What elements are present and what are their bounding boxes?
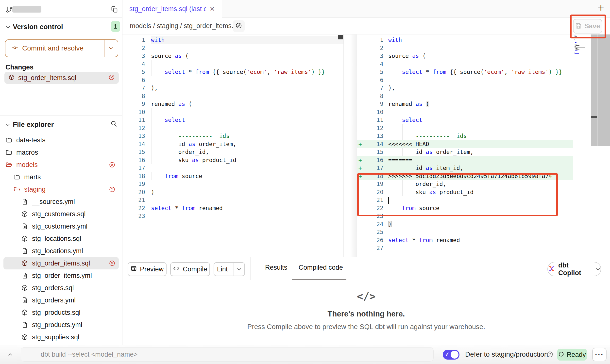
tab-results[interactable]: Results (265, 264, 287, 271)
code-line-7[interactable]: 7), (122, 84, 343, 92)
compile-button[interactable]: Compile (170, 262, 210, 276)
minimap[interactable] (575, 35, 590, 57)
file-tree-item-staging[interactable]: staging (3, 183, 119, 196)
breadcrumb[interactable]: models / staging / stg_order_items.sql (130, 22, 242, 30)
file-tree-item-stg_order_items.yml[interactable]: stg_order_items.yml (3, 269, 119, 282)
file-explorer-header[interactable]: File explorer (0, 119, 122, 132)
code-line-22[interactable]: 22 from source (357, 204, 573, 212)
scrollbar-thumb[interactable] (338, 35, 343, 39)
code-line-3[interactable]: 3source as ( (122, 52, 343, 60)
save-button[interactable]: Save (573, 19, 602, 33)
code-line-9[interactable]: 9renamed as ( (122, 100, 343, 108)
code-line-12[interactable]: 12 (357, 124, 573, 132)
overview-ruler[interactable] (597, 34, 610, 146)
code-line-15[interactable]: 15 id as order_item, (357, 148, 573, 156)
file-tree-item-stg_orders.sql[interactable]: stg_orders.sql (3, 282, 119, 294)
file-tree-item-marts[interactable]: marts (3, 171, 119, 183)
file-tree-item-stg_products.sql[interactable]: stg_products.sql (3, 306, 119, 319)
code-line-6[interactable]: 6 (357, 76, 573, 84)
code-line-11[interactable]: 11 select (122, 116, 343, 124)
code-line-27[interactable]: 27 (357, 244, 573, 252)
code-line-2[interactable]: 2 (122, 44, 343, 52)
code-line-20[interactable]: 20) (122, 188, 343, 196)
chevron-up-icon[interactable] (7, 351, 13, 359)
code-line-18[interactable]: +18>>>>>>> 58c1dd23d5eebd9cd2495fa7124ab… (357, 172, 573, 180)
code-line-22[interactable]: 22select * from renamed (122, 204, 343, 212)
search-icon[interactable] (110, 120, 117, 128)
lint-button[interactable]: Lint (214, 262, 245, 276)
editor-scrollbar[interactable] (591, 34, 597, 146)
command-input[interactable] (21, 347, 434, 362)
code-line-4[interactable]: 4 (122, 60, 343, 68)
code-line-5[interactable]: 5 select * from {{ source('ecom', 'raw_i… (357, 68, 573, 76)
code-line-17[interactable]: 17 (122, 164, 343, 172)
close-icon[interactable]: ✕ (209, 5, 215, 13)
chevron-down-icon[interactable] (5, 122, 11, 129)
code-line-19[interactable]: 19 (122, 180, 343, 188)
new-tab-button[interactable]: + (598, 2, 604, 13)
code-line-1[interactable]: 1with (122, 36, 343, 44)
code-line-10[interactable]: 10 (357, 108, 573, 116)
lint-dropdown[interactable] (234, 263, 244, 276)
scrollbar-thumb[interactable] (591, 116, 597, 118)
code-line-17[interactable]: +17 id as item_id, (357, 164, 573, 172)
file-tree-item-stg_supplies.sql[interactable]: stg_supplies.sql (3, 331, 119, 343)
code-line-11[interactable]: 11 select (357, 116, 573, 124)
code-pane-current[interactable]: 1with23source as (45 select * from {{ so… (357, 36, 573, 252)
file-tree-item-stg_locations.yml[interactable]: stg_locations.yml (3, 245, 119, 257)
code-line-25[interactable]: 25 (357, 228, 573, 236)
file-tree-item-stg_locations.sql[interactable]: stg_locations.sql (3, 232, 119, 245)
code-line-23[interactable]: 23 (122, 212, 343, 220)
code-line-21[interactable]: 21 (357, 196, 573, 204)
code-line-15[interactable]: 15 order_id, (122, 148, 343, 156)
code-line-19[interactable]: 19 order_id, (357, 180, 573, 188)
code-line-24[interactable]: 24) (357, 220, 573, 228)
copy-icon[interactable] (111, 6, 118, 14)
tab-stg-order-items[interactable]: stg_order_items.sql (last c... ✕ (122, 0, 222, 18)
code-line-16[interactable]: 16 sku as product_id (122, 156, 343, 164)
conflict-icon[interactable] (108, 74, 115, 82)
conflict-icon[interactable] (109, 260, 115, 266)
conflict-icon[interactable] (109, 186, 115, 193)
file-tree-item-stg_order_items.sql[interactable]: stg_order_items.sql (3, 257, 119, 269)
file-tree-item-stg_customers.sql[interactable]: stg_customers.sql (3, 208, 119, 220)
code-line-8[interactable]: 8 (357, 92, 573, 100)
code-line-12[interactable]: 12 (122, 124, 343, 132)
code-line-13[interactable]: 13 ---------- ids (357, 132, 573, 140)
code-line-14[interactable]: 14 id as order_item, (122, 140, 343, 148)
code-line-16[interactable]: +16======= (357, 156, 573, 164)
dbt-copilot-button[interactable]: dbt Copilot (547, 262, 601, 276)
file-tree-item-stg_orders.yml[interactable]: stg_orders.yml (3, 294, 119, 306)
file-tree-item-models[interactable]: models (3, 159, 119, 171)
file-tree-item-stg_customers.yml[interactable]: stg_customers.yml (3, 220, 119, 232)
code-line-26[interactable]: 26select * from renamed (357, 236, 573, 244)
code-line-6[interactable]: 6 (122, 76, 343, 84)
file-tree-item-stg_products.yml[interactable]: stg_products.yml (3, 319, 119, 331)
chevron-down-icon[interactable] (5, 24, 11, 31)
code-line-3[interactable]: 3source as ( (357, 52, 573, 60)
code-line-20[interactable]: 20 sku as product_id (357, 188, 573, 196)
defer-toggle[interactable]: ✓ (443, 350, 459, 360)
code-line-7[interactable]: 7), (357, 84, 573, 92)
code-line-14[interactable]: +14<<<<<<< HEAD (357, 140, 573, 148)
lineage-button[interactable] (233, 20, 245, 32)
commit-and-resolve-button[interactable]: Commit and resolve (5, 39, 118, 57)
version-control-header[interactable]: Version control 1 (0, 21, 122, 33)
changed-file-row[interactable]: stg_order_items.sql (4, 72, 119, 84)
conflict-icon[interactable] (109, 162, 115, 168)
code-line-8[interactable]: 8 (122, 92, 343, 100)
file-tree-item-__sources.yml[interactable]: __sources.yml (3, 196, 119, 208)
preview-button[interactable]: Preview (128, 262, 167, 276)
file-tree-item-macros[interactable]: macros (3, 146, 119, 159)
code-line-18[interactable]: 18 from source (122, 172, 343, 180)
code-line-2[interactable]: 2 (357, 44, 573, 52)
commit-and-resolve-main[interactable]: Commit and resolve (5, 40, 104, 57)
code-line-23[interactable]: 23 (357, 212, 573, 220)
code-pane-original[interactable]: 1with23source as (45 select * from {{ so… (122, 36, 343, 220)
lint-label[interactable]: Lint (214, 265, 231, 273)
file-tree-item-data-tests[interactable]: data-tests (3, 134, 119, 146)
code-line-10[interactable]: 10 (122, 108, 343, 116)
code-line-5[interactable]: 5 select * from {{ source('ecom', 'raw_i… (122, 68, 343, 76)
code-line-13[interactable]: 13 ---------- ids (122, 132, 343, 140)
code-line-21[interactable]: 21 (122, 196, 343, 204)
